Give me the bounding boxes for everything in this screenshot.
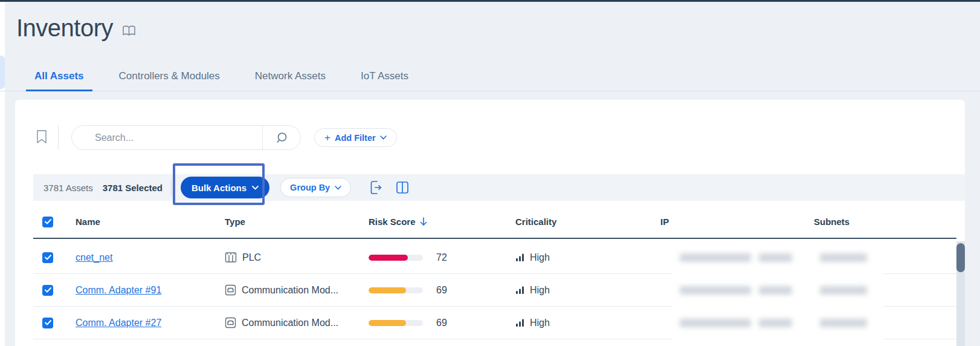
tab-all-assets[interactable]: All Assets bbox=[26, 63, 92, 91]
tab-network-assets[interactable]: Network Assets bbox=[247, 63, 334, 91]
risk-score-bar bbox=[369, 287, 423, 293]
risk-score-bar bbox=[369, 320, 423, 326]
row-checkbox[interactable] bbox=[42, 318, 53, 328]
tab-iot-assets[interactable]: IoT Assets bbox=[352, 63, 417, 91]
select-all-checkbox[interactable] bbox=[42, 217, 53, 227]
asset-type-label: Communication Mod... bbox=[242, 285, 338, 296]
redacted-subnet-value bbox=[820, 319, 867, 327]
chevron-down-icon bbox=[335, 186, 341, 190]
plc-icon bbox=[225, 252, 237, 263]
risk-score-bar-fill bbox=[369, 320, 406, 326]
selected-count: 3781 Selected bbox=[103, 183, 163, 193]
risk-score-value: 72 bbox=[436, 252, 447, 263]
risk-score-value: 69 bbox=[436, 318, 447, 328]
criticality-label: High bbox=[530, 252, 550, 263]
redacted-ip-value bbox=[680, 253, 751, 262]
redacted-ip-value bbox=[759, 319, 792, 327]
column-header-risk-score[interactable]: Risk Score bbox=[359, 217, 506, 227]
tab-controllers-modules[interactable]: Controllers & Modules bbox=[111, 63, 228, 91]
columns-icon bbox=[396, 181, 409, 194]
row-checkbox[interactable] bbox=[42, 285, 53, 296]
group-by-label: Group By bbox=[290, 183, 330, 192]
redacted-ip-value bbox=[759, 286, 792, 295]
column-header-name[interactable]: Name bbox=[66, 217, 216, 227]
content-card: + Add Filter 3781 Assets 3781 Selected B… bbox=[15, 100, 965, 346]
redacted-subnet-value bbox=[820, 286, 867, 295]
comm-module-icon bbox=[225, 317, 236, 328]
check-icon bbox=[45, 255, 51, 260]
bulk-actions-highlight-annotation bbox=[173, 163, 265, 205]
risk-score-bar-fill bbox=[369, 255, 408, 261]
row-checkbox[interactable] bbox=[42, 252, 53, 263]
check-icon bbox=[45, 320, 51, 325]
check-icon bbox=[45, 287, 51, 293]
column-header-type[interactable]: Type bbox=[216, 217, 359, 227]
risk-score-value: 69 bbox=[436, 285, 447, 296]
saved-views-bookmark-icon[interactable] bbox=[35, 129, 50, 145]
export-icon bbox=[369, 180, 382, 195]
comm-module-icon bbox=[225, 284, 236, 296]
asset-type-label: PLC bbox=[242, 252, 261, 263]
risk-score-bar-fill bbox=[369, 287, 406, 293]
criticality-bars-icon bbox=[515, 253, 524, 262]
page-title-text: Inventory bbox=[16, 15, 113, 42]
column-header-ip[interactable]: IP bbox=[651, 217, 805, 227]
assets-count: 3781 Assets bbox=[44, 183, 93, 193]
risk-score-bar bbox=[369, 255, 423, 261]
criticality-bars-icon bbox=[515, 286, 524, 295]
asset-name-link[interactable]: cnet_net bbox=[76, 252, 112, 263]
search-input[interactable] bbox=[72, 132, 262, 143]
tab-bar: All Assets Controllers & Modules Network… bbox=[26, 63, 417, 91]
check-icon bbox=[45, 219, 51, 224]
table-scrollbar-thumb[interactable] bbox=[956, 243, 965, 272]
asset-type-label: Communication Mod... bbox=[242, 318, 338, 328]
redacted-ip-value bbox=[759, 253, 792, 262]
column-header-criticality[interactable]: Criticality bbox=[506, 217, 651, 227]
table-header-row: Name Type Risk Score Criticality IP Subn… bbox=[33, 206, 956, 239]
open-book-icon bbox=[121, 25, 137, 38]
plus-icon: + bbox=[324, 132, 330, 144]
criticality-label: High bbox=[530, 285, 550, 296]
page-title: Inventory bbox=[16, 15, 137, 42]
window-top-edge bbox=[0, 0, 980, 2]
criticality-label: High bbox=[530, 318, 550, 328]
add-filter-button[interactable]: + Add Filter bbox=[314, 128, 397, 147]
search-icon bbox=[275, 131, 288, 145]
columns-button[interactable] bbox=[396, 181, 409, 194]
sidebar-edge bbox=[0, 2, 5, 346]
redacted-subnet-value bbox=[820, 253, 867, 262]
risk-score-header-label: Risk Score bbox=[369, 217, 416, 227]
criticality-bars-icon bbox=[515, 318, 524, 327]
export-button[interactable] bbox=[369, 180, 382, 195]
redacted-ip-value bbox=[680, 286, 751, 295]
column-header-subnets[interactable]: Subnets bbox=[805, 217, 956, 227]
redacted-ip-value bbox=[680, 319, 751, 327]
sort-desc-arrow-icon bbox=[420, 217, 427, 226]
asset-name-link[interactable]: Comm. Adapter #27 bbox=[76, 318, 161, 328]
search-box bbox=[71, 125, 301, 150]
search-submit[interactable] bbox=[262, 126, 300, 149]
add-filter-label: Add Filter bbox=[335, 133, 376, 143]
redacted-columns-overlay bbox=[672, 243, 884, 346]
toolbar-separator bbox=[171, 179, 172, 196]
table-scrollbar-track[interactable] bbox=[956, 241, 965, 346]
filter-row-divider bbox=[58, 125, 59, 149]
asset-name-link[interactable]: Comm. Adapter #91 bbox=[76, 285, 161, 296]
sidebar-active-indicator bbox=[0, 56, 5, 89]
group-by-button[interactable]: Group By bbox=[280, 178, 351, 197]
inventory-page: Inventory All Assets Controllers & Modul… bbox=[0, 0, 980, 346]
chevron-down-icon bbox=[380, 135, 387, 140]
